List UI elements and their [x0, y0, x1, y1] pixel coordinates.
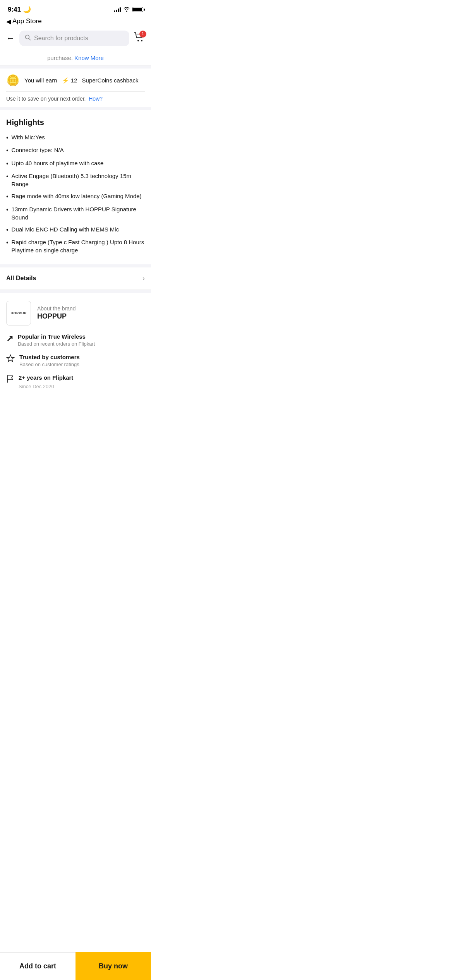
search-input[interactable]: Search for products	[19, 31, 129, 46]
lightning-icon: ⚡	[62, 77, 69, 84]
trending-icon: ↗	[6, 334, 13, 344]
how-link[interactable]: How?	[89, 96, 103, 102]
bullet-icon: •	[6, 226, 9, 234]
brand-stat-content-1: Trusted by customers Based on customer r…	[19, 354, 80, 367]
highlight-item-5: • 13mm Dynamic Drivers with HOPPUP Signa…	[6, 205, 145, 221]
status-bar: 9:41 🌙	[0, 0, 151, 15]
highlight-item-4: • Rage mode with 40ms low latency (Gamin…	[6, 192, 145, 201]
brand-stat-0: ↗ Popular in True Wireless Based on rece…	[6, 333, 145, 347]
battery-icon	[132, 7, 143, 12]
back-button[interactable]: ←	[6, 33, 15, 43]
app-store-back[interactable]: ◀ App Store	[6, 17, 42, 25]
highlight-item-3: • Active Engage (Bluetooth) 5.3 technolo…	[6, 172, 145, 188]
star-icon	[6, 354, 15, 365]
bullet-icon: •	[6, 134, 9, 142]
supercoins-save-row: Use it to save on your next order. How?	[6, 92, 145, 107]
know-more-text: purchase.	[47, 55, 73, 61]
brand-stat-title-2: 2+ years on Flipkart	[19, 374, 73, 381]
bullet-icon: •	[6, 206, 9, 214]
know-more-link[interactable]: Know More	[74, 55, 104, 61]
brand-logo: HOPPUP	[6, 301, 31, 326]
brand-stat-subtitle-0: Based on recent orders on Flipkart	[18, 341, 95, 347]
status-icons	[114, 7, 143, 13]
brand-name: HOPPUP	[37, 312, 76, 320]
supercoins-row: 🪙 You will earn ⚡ 12 SuperCoins cashback	[6, 74, 145, 92]
highlight-item-0: • With Mic:Yes	[6, 133, 145, 142]
brand-stat-content-2: 2+ years on Flipkart Since Dec 2020	[19, 374, 73, 389]
highlight-item-6: • Dual Mic ENC HD Calling with MEMS Mic	[6, 225, 145, 234]
app-store-back-arrow: ◀	[6, 18, 11, 25]
all-details-row[interactable]: All Details ›	[0, 264, 151, 290]
svg-marker-4	[7, 355, 14, 362]
svg-line-1	[29, 39, 31, 40]
highlight-item-7: • Rapid charge (Type c Fast Charging ) U…	[6, 238, 145, 254]
bullet-icon: •	[6, 238, 9, 247]
supercoins-text: You will earn ⚡ 12 SuperCoins cashback	[24, 77, 138, 84]
supercoins-section: 🪙 You will earn ⚡ 12 SuperCoins cashback…	[0, 65, 151, 107]
know-more-banner: purchase. Know More	[0, 51, 151, 65]
all-details-label: All Details	[6, 275, 36, 282]
app-store-bar: ◀ App Store	[0, 15, 151, 28]
bullet-icon: •	[6, 172, 9, 181]
brand-stat-title-0: Popular in True Wireless	[18, 333, 95, 340]
brand-stat-subtitle-2: Since Dec 2020	[19, 384, 73, 389]
cart-button[interactable]: 1	[134, 32, 145, 45]
bullet-icon: •	[6, 146, 9, 155]
highlight-item-1: • Connector type: N/A	[6, 146, 145, 155]
highlights-section: Highlights • With Mic:Yes • Connector ty…	[0, 107, 151, 264]
brand-stat-content-0: Popular in True Wireless Based on recent…	[18, 333, 95, 347]
wifi-icon	[123, 7, 130, 13]
brand-stat-1: Trusted by customers Based on customer r…	[6, 354, 145, 367]
brand-info: About the brand HOPPUP	[37, 305, 76, 320]
flag-icon	[6, 375, 14, 385]
brand-stat-subtitle-1: Based on customer ratings	[19, 362, 80, 367]
brand-stat-title-1: Trusted by customers	[19, 354, 80, 360]
app-store-label: App Store	[12, 17, 42, 25]
svg-point-2	[137, 40, 139, 41]
supercoins-icon: 🪙	[6, 74, 20, 87]
bullet-icon: •	[6, 192, 9, 201]
about-brand-label: About the brand	[37, 305, 76, 312]
brand-header: HOPPUP About the brand HOPPUP	[6, 301, 145, 326]
search-placeholder: Search for products	[34, 35, 88, 42]
brand-stat-2: 2+ years on Flipkart Since Dec 2020	[6, 374, 145, 389]
search-icon	[25, 34, 31, 42]
svg-point-3	[141, 40, 142, 41]
highlight-item-2: • Upto 40 hours of playtime with case	[6, 159, 145, 168]
highlights-title: Highlights	[6, 118, 145, 127]
brand-section: HOPPUP About the brand HOPPUP ↗ Popular …	[0, 290, 151, 403]
chevron-right-icon: ›	[142, 274, 145, 283]
bullet-icon: •	[6, 159, 9, 168]
search-bar-row: ← Search for products 1	[0, 28, 151, 51]
signal-icon	[114, 7, 121, 12]
cart-badge: 1	[139, 31, 146, 38]
status-time: 9:41 🌙	[8, 5, 31, 14]
